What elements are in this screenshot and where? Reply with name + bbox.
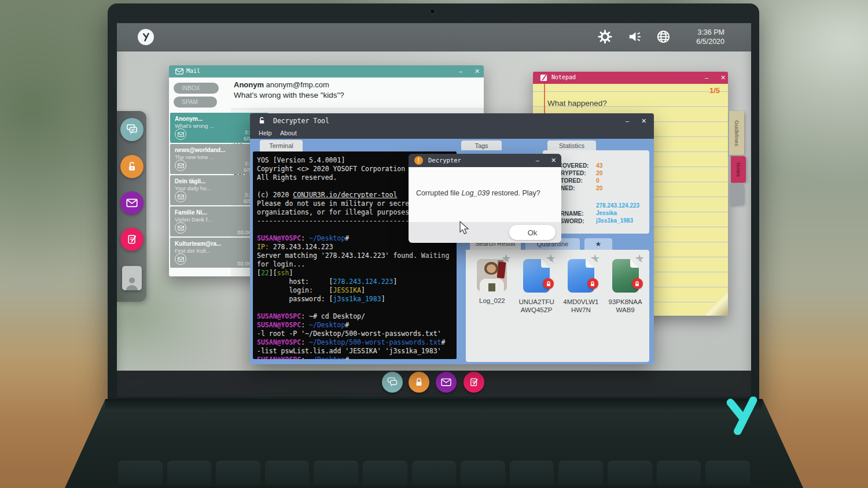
screen: 3:36 PM 6/5/2020 [117, 23, 751, 397]
taskbar-item-messenger[interactable] [382, 372, 403, 393]
tab-tags[interactable]: Tags [461, 141, 502, 150]
key [608, 461, 652, 485]
folder-spam[interactable]: SPAM [174, 97, 217, 108]
decrypter-window-title: Decrypter Tool [273, 117, 329, 125]
clock-date: 6/5/2020 [696, 37, 724, 46]
clock: 3:36 PM 6/5/2020 [696, 28, 724, 46]
sender-name: Anonym [234, 80, 264, 89]
page-curl[interactable] [703, 290, 728, 316]
terminal-line: for login... [257, 260, 453, 269]
open-padlock-icon [258, 116, 266, 125]
video-thumbnail [477, 259, 507, 291]
minimize-button[interactable]: – [536, 154, 539, 167]
tab-statistics[interactable]: Statistics [547, 141, 596, 150]
menu-about[interactable]: About [280, 130, 297, 136]
terminal-line: password: [j3ss1ka_1983] [257, 295, 453, 304]
padlock-icon [414, 377, 424, 387]
terminal-line: -l root -P '~/Desktop/500-worst-password… [257, 330, 453, 338]
file-item[interactable]: ★4MD0VLW1HW7N [562, 259, 601, 314]
tab-terminal[interactable]: Terminal [260, 140, 303, 151]
stat-value: 20 [596, 169, 603, 177]
envelope-icon [175, 68, 183, 75]
dock-item-contacts[interactable] [122, 266, 142, 290]
mail-titlebar[interactable]: Mail – ✕ [169, 65, 484, 77]
dock-item-messenger[interactable] [120, 118, 144, 141]
terminal-line: -list pswList.lis.add 'JESSIKA' 'j3ss1ka… [257, 347, 453, 356]
file-icon [568, 259, 594, 293]
dialog-titlebar[interactable]: ! Decrypter – ✕ [409, 154, 561, 167]
taskbar-item-decrypter[interactable] [409, 372, 429, 393]
locked-badge-icon [587, 278, 598, 289]
thumb-person-shirt [488, 283, 495, 291]
envelope-icon [175, 128, 186, 140]
notepad-titlebar[interactable]: Notepad – ✕ [533, 72, 728, 84]
credential-value: Jessika [596, 210, 646, 217]
stat-value: 20 [596, 184, 603, 192]
network-globe-icon[interactable] [656, 29, 671, 45]
key [558, 461, 603, 485]
mail-window-title: Mail [186, 68, 200, 74]
file-name: UNUA2TFUAWQ45ZP [517, 298, 556, 314]
file-item[interactable]: ★Log_022 [473, 259, 512, 314]
brand-y-logo [721, 397, 762, 435]
terminal-line: IP: 278.243.124.223 [257, 243, 453, 252]
notepad-tab-extra[interactable] [730, 184, 744, 205]
decrypter-dialog: ! Decrypter – ✕ Corrupted file Log_039 r… [409, 154, 561, 243]
close-button[interactable]: ✕ [551, 154, 556, 167]
dock-item-mail[interactable] [120, 191, 144, 215]
message-sender: Anonym anonym@fmp.com [234, 80, 329, 89]
keyboard-row [118, 461, 750, 485]
envelope-icon [126, 197, 138, 209]
key [216, 461, 260, 485]
terminal-line: SUSAN@YOSPC: ~/Desktop# [257, 321, 453, 330]
file-name: 93PK8NAAWAB9 [606, 298, 645, 314]
dock-item-notepad[interactable] [120, 228, 144, 251]
file-item[interactable]: ★93PK8NAAWAB9 [606, 259, 645, 314]
credential-value: j3ss1ka_1983 [596, 217, 646, 225]
settings-gear-icon[interactable] [597, 29, 613, 45]
minimize-button[interactable]: – [626, 115, 629, 127]
close-button[interactable]: ✕ [475, 65, 480, 77]
notepad-tab-notes[interactable]: Notes [731, 156, 746, 183]
app-dock [117, 111, 146, 302]
note-text: What happened? [547, 99, 607, 108]
terminal-line: SUSAN@YOSPC: ~/Desktop# [257, 356, 453, 359]
key [412, 461, 457, 485]
taskbar-item-notepad[interactable] [464, 372, 484, 393]
menu-help[interactable]: Help [259, 130, 272, 136]
sender-address: anonym@fmp.com [264, 80, 329, 89]
key [510, 461, 554, 485]
open-padlock-icon [126, 161, 138, 172]
notepad-tab-guidelines[interactable]: Guidelines [729, 111, 744, 155]
stat-value: 0 [596, 177, 599, 184]
tab-starred[interactable]: ★ [584, 238, 612, 250]
folder-inbox[interactable]: INBOX [174, 83, 219, 94]
credential-value: 278.243.124.223 [596, 202, 646, 210]
notepad-window-title: Notepad [551, 74, 576, 80]
close-button[interactable]: ✕ [641, 115, 646, 127]
message-subject: What's wrong with these "kids"? [234, 91, 344, 99]
taskbar-item-mail[interactable] [436, 372, 457, 393]
chat-bubbles-icon [387, 376, 398, 388]
dialog-title: Decrypter [428, 157, 461, 164]
key [118, 461, 163, 485]
contact-file-icon [125, 275, 139, 290]
warning-icon: ! [414, 156, 423, 165]
terminal-line: [22][ssh] [257, 269, 453, 278]
key [363, 461, 407, 485]
y-os-logo-icon[interactable] [138, 29, 154, 45]
key [265, 461, 310, 485]
minimize-button[interactable]: – [459, 65, 462, 77]
minimize-button[interactable]: – [705, 72, 708, 84]
laptop-hinge [105, 399, 763, 409]
message-prefix: Corrupted file [416, 189, 462, 197]
terminal-line: SUSAN@YOSPC: ~/Desktop/500-worst-passwor… [257, 338, 453, 347]
decrypter-titlebar[interactable]: Decrypter Tool – ✕ [250, 113, 654, 128]
notepad-pen-icon [469, 377, 479, 387]
volume-speaker-icon[interactable] [627, 29, 642, 45]
file-item[interactable]: ★UNUA2TFUAWQ45ZP [517, 259, 556, 314]
file-name: 4MD0VLW1HW7N [562, 298, 601, 314]
close-button[interactable]: ✕ [720, 72, 726, 84]
dock-item-decrypter[interactable] [120, 155, 144, 178]
ok-button[interactable]: Ok [509, 225, 556, 240]
